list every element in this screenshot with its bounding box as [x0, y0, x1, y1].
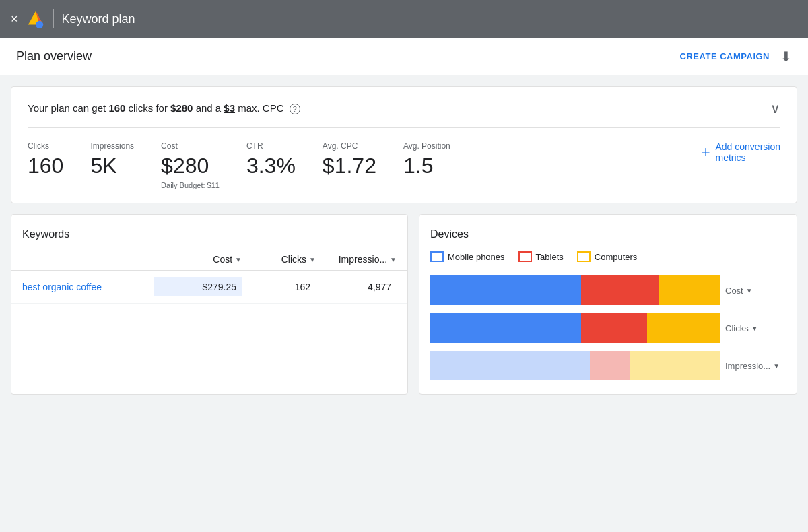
summary-card: Your plan can get 160 clicks for $280 an… — [11, 86, 797, 203]
help-icon[interactable]: ? — [290, 104, 300, 114]
computer-label: Computers — [595, 252, 638, 262]
header-title: Keyword plan — [62, 12, 135, 26]
keyword-link[interactable]: best organic coffee — [22, 281, 154, 292]
clicks-chart-label[interactable]: Clicks ▼ — [725, 323, 786, 333]
clicks-label-text: Clicks — [725, 323, 749, 333]
keywords-table-header: Cost ▼ Clicks ▼ Impressio... ▼ — [11, 248, 407, 271]
device-chart-rows: Cost ▼ Clicks ▼ — [430, 275, 786, 380]
metric-cost: Cost $280 Daily Budget: $11 — [161, 141, 220, 189]
impressions-computer-bar — [630, 351, 720, 380]
headline-cost: $280 — [170, 102, 193, 114]
impressions-chart-dropdown-icon[interactable]: ▼ — [773, 362, 780, 370]
metric-sub-cost: Daily Budget: $11 — [161, 181, 220, 189]
cost-computer-bar — [659, 275, 720, 305]
impressions-chart-row: Impressio... ▼ — [430, 351, 786, 380]
summary-headline-text: Your plan can get 160 clicks for $280 an… — [28, 102, 300, 114]
clicks-mobile-bar — [430, 313, 581, 343]
cost-bar-container — [430, 275, 720, 305]
metric-label-cost: Cost — [161, 141, 220, 151]
legend-mobile: Mobile phones — [430, 251, 505, 262]
headline-mid: clicks for — [125, 102, 170, 114]
plan-overview-title: Plan overview — [16, 49, 92, 63]
headline-prefix: Your plan can get — [28, 102, 108, 114]
clicks-bar-container — [430, 313, 720, 343]
svg-point-2 — [36, 21, 43, 28]
tablet-legend-icon — [518, 251, 532, 262]
devices-title: Devices — [430, 228, 786, 240]
impressions-tablet-bar — [590, 351, 630, 380]
clicks-computer-bar — [647, 313, 720, 343]
clicks-chart-dropdown-icon[interactable]: ▼ — [751, 325, 758, 332]
tablet-label: Tablets — [536, 252, 564, 262]
cost-chart-row: Cost ▼ — [430, 275, 786, 305]
metric-label-impressions: Impressions — [90, 141, 134, 151]
app-header: × Keyword plan — [0, 0, 808, 38]
legend-tablet: Tablets — [518, 251, 564, 262]
chevron-down-icon[interactable]: ∨ — [770, 100, 780, 117]
cost-dropdown-icon[interactable]: ▼ — [235, 256, 242, 263]
metric-value-clicks: 160 — [28, 154, 63, 178]
keyword-clicks: 162 — [242, 277, 316, 296]
impressions-bar-container — [430, 351, 720, 380]
kw-col-cost-header[interactable]: Cost ▼ — [154, 254, 242, 265]
headline-mid2: and a — [193, 102, 224, 114]
impressions-chart-label[interactable]: Impressio... ▼ — [725, 361, 786, 371]
table-row: best organic coffee $279.25 162 4,977 — [11, 271, 407, 304]
metric-ctr: CTR 3.3% — [246, 141, 296, 178]
keyword-cost: $279.25 — [154, 277, 242, 296]
cost-col-label: Cost — [213, 254, 232, 265]
add-conversion-plus-icon: + — [702, 143, 710, 161]
impressions-col-label: Impressio... — [339, 254, 387, 265]
impressions-label-text: Impressio... — [725, 361, 770, 371]
metric-impressions: Impressions 5K — [90, 141, 134, 178]
kw-col-clicks-header[interactable]: Clicks ▼ — [242, 254, 316, 265]
mobile-legend-icon — [430, 251, 444, 262]
add-conversion-label: Add conversionmetrics — [715, 141, 780, 163]
bottom-panels: Keywords Cost ▼ Clicks ▼ Impressio... ▼ … — [11, 214, 797, 395]
impressions-mobile-bar — [430, 351, 590, 380]
kw-col-impressions-header[interactable]: Impressio... ▼ — [316, 254, 397, 265]
devices-panel: Devices Mobile phones Tablets Computers — [419, 214, 797, 395]
metric-value-avg-position: 1.5 — [403, 154, 450, 178]
cost-label-text: Cost — [725, 286, 743, 296]
metric-clicks: Clicks 160 — [28, 141, 63, 178]
headline-suffix: max. CPC — [235, 102, 284, 114]
mobile-label: Mobile phones — [448, 252, 505, 262]
main-content: Your plan can get 160 clicks for $280 an… — [0, 75, 808, 405]
metrics-row: Clicks 160 Impressions 5K Cost $280 Dail… — [28, 128, 780, 189]
metric-label-clicks: Clicks — [28, 141, 63, 151]
keywords-panel: Keywords Cost ▼ Clicks ▼ Impressio... ▼ … — [11, 214, 408, 395]
create-campaign-button[interactable]: CREATE CAMPAIGN — [680, 51, 770, 61]
cost-tablet-bar — [581, 275, 659, 305]
metric-label-avg-position: Avg. Position — [403, 141, 450, 151]
metric-value-impressions: 5K — [90, 154, 134, 178]
headline-clicks: 160 — [108, 102, 125, 114]
keywords-title: Keywords — [11, 215, 407, 248]
clicks-tablet-bar — [581, 313, 648, 343]
headline-maxcpc: $3 — [224, 102, 235, 114]
download-icon[interactable]: ⬇ — [780, 48, 792, 65]
metric-avg-position: Avg. Position 1.5 — [403, 141, 450, 178]
clicks-col-label: Clicks — [281, 254, 306, 265]
cost-mobile-bar — [430, 275, 581, 305]
impressions-dropdown-icon[interactable]: ▼ — [390, 256, 397, 263]
clicks-dropdown-icon[interactable]: ▼ — [309, 256, 316, 263]
cost-chart-dropdown-icon[interactable]: ▼ — [746, 287, 753, 294]
plan-overview-bar: Plan overview CREATE CAMPAIGN ⬇ — [0, 38, 808, 75]
legend-computer: Computers — [577, 251, 638, 262]
metric-label-ctr: CTR — [246, 141, 296, 151]
close-icon[interactable]: × — [11, 12, 18, 26]
metric-avg-cpc: Avg. CPC $1.72 — [323, 141, 376, 178]
cost-chart-label[interactable]: Cost ▼ — [725, 286, 786, 296]
clicks-chart-row: Clicks ▼ — [430, 313, 786, 343]
plan-overview-actions: CREATE CAMPAIGN ⬇ — [680, 48, 792, 65]
metric-value-ctr: 3.3% — [246, 154, 296, 178]
ads-logo-icon — [26, 9, 45, 28]
computer-legend-icon — [577, 251, 591, 262]
summary-headline: Your plan can get 160 clicks for $280 an… — [28, 100, 780, 128]
header-divider — [53, 9, 54, 28]
devices-legend: Mobile phones Tablets Computers — [430, 251, 786, 262]
add-conversion-button[interactable]: + Add conversionmetrics — [702, 141, 780, 163]
keyword-impressions: 4,977 — [316, 277, 397, 296]
metric-value-cost: $280 — [161, 154, 220, 178]
